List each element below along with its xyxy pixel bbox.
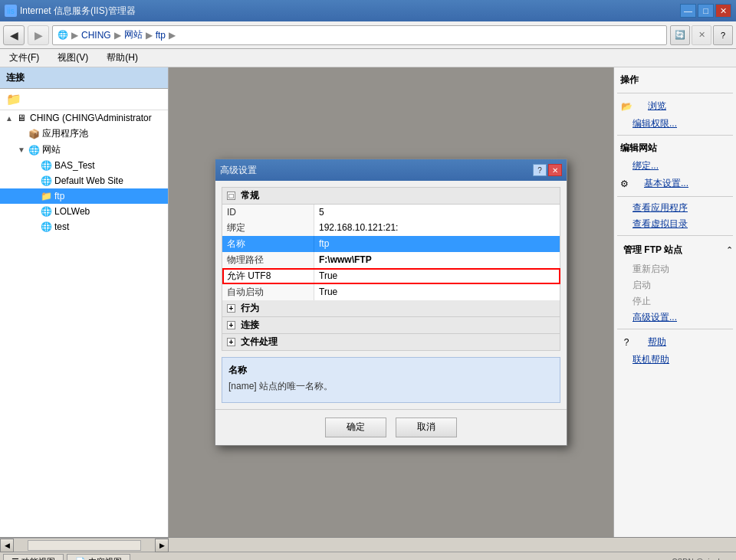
action-view-vdirs[interactable]: 查看虚拟目录	[614, 216, 736, 232]
menu-file[interactable]: 文件(F)	[6, 50, 42, 66]
hscroll-left[interactable]: ◀	[0, 539, 14, 552]
expand-general-icon[interactable]: □	[227, 192, 235, 200]
app-icon: iis	[5, 5, 17, 17]
hscroll-right[interactable]: ▶	[155, 539, 169, 552]
main-layout: 连接 📁 ▲ 🖥 CHING (CHING\Administrator 📦 应用…	[0, 67, 736, 537]
online-help-label: 联机帮助	[620, 352, 682, 366]
prop-row-id[interactable]: ID 5	[222, 205, 560, 220]
hscrollbar: ◀ ▶	[0, 538, 169, 552]
tree-item-ftp[interactable]: 📁 ftp	[0, 188, 168, 204]
divider-3	[617, 196, 733, 197]
tree-item-bastest[interactable]: 🌐 BAS_Test	[0, 158, 168, 173]
expand-behavior-icon[interactable]: +	[227, 304, 235, 313]
dialog-help-button[interactable]: ?	[533, 164, 547, 176]
action-edit-permissions[interactable]: 编辑权限...	[614, 116, 736, 132]
prop-row-autostart[interactable]: 自动启动 True	[222, 284, 560, 300]
menu-view[interactable]: 视图(V)	[54, 50, 91, 66]
restore-button[interactable]: □	[698, 4, 714, 18]
prop-row-binding[interactable]: 绑定 192.168.10.121:21:	[222, 220, 560, 236]
expand-filehandling-icon[interactable]: +	[227, 338, 235, 346]
advanced-settings-label: 高级设置...	[620, 310, 689, 324]
view-vdirs-label: 查看虚拟目录	[620, 217, 700, 231]
action-basic-settings[interactable]: ⚙ 基本设置...	[614, 174, 736, 193]
bottom-tabs-bar: ☰ 功能视图 📄 内容视图 CSDN @ninghaa:	[0, 552, 736, 560]
new-folder-icon[interactable]: 📁	[6, 93, 21, 106]
tree-item-apppool[interactable]: 📦 应用程序池	[0, 126, 168, 142]
tab-content-view[interactable]: 📄 内容视图	[67, 554, 130, 560]
menu-help[interactable]: 帮助(H)	[104, 50, 141, 66]
prop-key-utf8: 允许 UTF8	[222, 268, 314, 284]
action-bind[interactable]: 绑定...	[614, 158, 736, 174]
back-button[interactable]: ◀	[3, 25, 25, 45]
close-button[interactable]: ✕	[715, 4, 731, 18]
prop-key-physpath: 物理路径	[222, 252, 314, 268]
right-panel-title: 操作	[614, 70, 736, 90]
cancel-button[interactable]: 取消	[396, 418, 457, 437]
help-label: 帮助	[636, 334, 678, 350]
edit-permissions-label: 编辑权限...	[620, 116, 689, 130]
stop-button[interactable]: ✕	[692, 25, 711, 45]
browse-label: 浏览	[636, 98, 678, 114]
properties-table: □ 常规 ID 5 绑定 192.168	[222, 187, 560, 351]
divider-4	[617, 235, 733, 236]
dialog-footer: 确定 取消	[215, 409, 567, 445]
prop-val-utf8: True	[314, 268, 560, 284]
content-view-label: 内容视图	[88, 556, 122, 560]
browse-icon: 📂	[620, 100, 632, 113]
prop-val-physpath: F:\www\FTP	[314, 252, 560, 268]
tab-feature-view[interactable]: ☰ 功能视图	[3, 554, 64, 560]
section-general[interactable]: □ 常规	[222, 188, 560, 205]
action-help[interactable]: ? 帮助	[614, 332, 736, 352]
expand-connection-icon[interactable]: +	[227, 321, 235, 329]
restart-label: 重新启动	[620, 262, 682, 276]
manage-ftp-header: 管理 FTP 站点 ⌃	[614, 239, 736, 261]
prop-row-utf8[interactable]: 允许 UTF8 True	[222, 268, 560, 284]
tree-item-ching[interactable]: ▲ 🖥 CHING (CHING\Administrator	[0, 110, 168, 126]
window-frame: iis Internet 信息服务(IIS)管理器 — □ ✕ ◀ ▶ 🌐 ▶ …	[0, 0, 736, 560]
hscroll-track[interactable]	[28, 540, 141, 551]
dialog-close-button[interactable]: ✕	[548, 164, 562, 176]
sidebar: 连接 📁 ▲ 🖥 CHING (CHING\Administrator 📦 应用…	[0, 67, 169, 537]
content-view-icon: 📄	[75, 557, 86, 560]
tree-item-websites[interactable]: ▼ 🌐 网站	[0, 142, 168, 158]
properties-scroll: □ 常规 ID 5 绑定 192.168	[222, 187, 560, 351]
help-addr-button[interactable]: ?	[713, 25, 733, 45]
forward-button[interactable]: ▶	[28, 25, 49, 45]
action-online-help[interactable]: 联机帮助	[614, 352, 736, 368]
address-box: 🌐 ▶ CHING ▶ 网站 ▶ ftp ▶	[52, 25, 667, 45]
dialog-title-bar: 高级设置 ? ✕	[215, 159, 567, 181]
description-area: 名称 [name] 站点的唯一名称。	[222, 357, 560, 403]
prop-key-id: ID	[222, 205, 314, 220]
prop-row-physpath[interactable]: 物理路径 F:\www\FTP	[222, 252, 560, 268]
action-stop: 停止	[614, 293, 736, 309]
view-apps-label: 查看应用程序	[620, 201, 700, 215]
stop-label: 停止	[620, 294, 663, 308]
action-advanced-settings[interactable]: 高级设置...	[614, 309, 736, 326]
manage-ftp-title: 管理 FTP 站点	[617, 241, 688, 260]
dialog-title-buttons: ? ✕	[533, 164, 562, 176]
section-behavior[interactable]: + 行为	[222, 300, 560, 317]
prop-val-name: ftp	[314, 236, 560, 252]
tree-item-default-web[interactable]: 🌐 Default Web Site	[0, 173, 168, 188]
bottom-section: ◀ ▶	[0, 537, 736, 552]
action-browse[interactable]: 📂 浏览	[614, 97, 736, 116]
action-restart: 重新启动	[614, 261, 736, 277]
prop-row-name[interactable]: 名称 ftp	[222, 236, 560, 252]
action-view-apps[interactable]: 查看应用程序	[614, 200, 736, 216]
feature-view-icon: ☰	[12, 557, 19, 560]
sidebar-header: 连接	[0, 67, 168, 89]
collapse-ftp-icon[interactable]: ⌃	[726, 245, 733, 255]
minimize-button[interactable]: —	[680, 4, 696, 18]
dialog-title: 高级设置	[220, 164, 533, 177]
ok-button[interactable]: 确定	[325, 418, 386, 437]
section-filehandling[interactable]: + 文件处理	[222, 333, 560, 350]
window-controls: — □ ✕	[680, 4, 731, 18]
divider-5	[617, 329, 733, 329]
title-bar: iis Internet 信息服务(IIS)管理器 — □ ✕	[0, 0, 736, 21]
refresh-button[interactable]: 🔄	[670, 25, 690, 45]
section-connection[interactable]: + 连接	[222, 316, 560, 333]
tree-item-test[interactable]: 🌐 test	[0, 219, 168, 234]
tree-item-lolweb[interactable]: 🌐 LOLWeb	[0, 204, 168, 219]
window-title: Internet 信息服务(IIS)管理器	[20, 5, 680, 18]
bind-label: 绑定...	[620, 159, 671, 172]
